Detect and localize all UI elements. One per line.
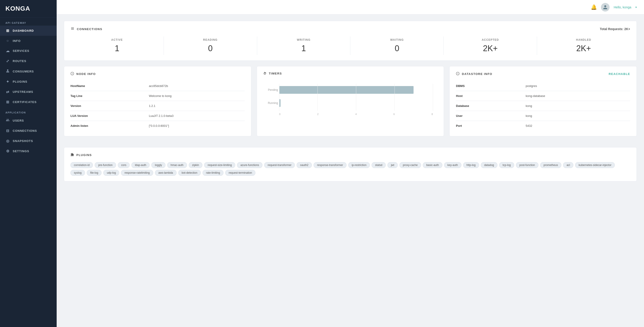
ds-row: Databasekong [456, 101, 630, 111]
timers-title: ⏱ TIMERS [263, 72, 438, 75]
stat-writing: WRITING 1 [257, 36, 350, 55]
running-label: Running [264, 101, 278, 105]
stat-active-value: 1 [115, 44, 119, 53]
node-info-row: LUA VersionLuaJIT 2.1.0-beta3 [70, 111, 245, 121]
sidebar-item-label: SNAPSHOTS [13, 139, 33, 143]
plugin-tag[interactable]: bot-detection [178, 170, 201, 176]
connections-section-icon [70, 26, 74, 31]
plugin-tag[interactable]: ip-restriction [348, 162, 370, 168]
axis-4: 4 [355, 113, 357, 115]
plugin-tag[interactable]: response-ratelimiting [121, 170, 153, 176]
node-info-row-label: LUA Version [70, 111, 149, 121]
sidebar-item-dashboard[interactable]: ⊞ DASHBOARD [0, 25, 57, 36]
sidebar-item-info[interactable]: ○ INFO [0, 36, 57, 46]
sidebar-item-snapshots[interactable]: ◎ SNAPSHOTS [0, 136, 57, 146]
ds-row-label: Host [456, 91, 526, 101]
ds-row-label: Port [456, 121, 526, 131]
connections-title-area: CONNECTIONS [70, 26, 102, 31]
plugin-tag[interactable]: acl [563, 162, 573, 168]
plugin-tag[interactable]: syslog [70, 170, 85, 176]
cloud-icon: ☁ [6, 49, 10, 53]
stat-handled-value: 2K+ [576, 44, 591, 53]
plugin-tag[interactable]: aws-lambda [155, 170, 176, 176]
sidebar-item-label: PLUGINS [13, 80, 28, 83]
stat-writing-value: 1 [302, 44, 306, 53]
consumers-icon [6, 69, 10, 74]
stat-waiting: WAITING 0 [350, 36, 444, 55]
svg-text:i: i [72, 73, 73, 75]
ds-row: Userkong [456, 111, 630, 121]
node-info-row: Admin listen["0.0.0.0:8001"] [70, 121, 245, 131]
node-info-row-label: Admin listen [70, 121, 149, 131]
plugin-tag[interactable]: rate-limiting [202, 170, 224, 176]
svg-text:i: i [458, 73, 458, 75]
plugin-tag[interactable]: prometheus [540, 162, 561, 168]
node-info-row-value: acc85dcb872b [149, 81, 245, 91]
plugin-tag[interactable]: cors [118, 162, 130, 168]
sidebar-item-settings[interactable]: ⚙ SETTINGS [0, 146, 57, 156]
plugin-tag[interactable]: correlation-id [70, 162, 93, 168]
sidebar-item-plugins[interactable]: ✦ PLUGINS [0, 76, 57, 87]
plugin-tag[interactable]: post-function [516, 162, 538, 168]
ds-row-label: User [456, 111, 526, 121]
plugin-tag[interactable]: proxy-cache [400, 162, 421, 168]
ds-row-value: kong [526, 111, 630, 121]
total-requests: Total Requests: 2K+ [600, 27, 630, 31]
datastore-info-card: i DATASTORE INFO Reachable DBMSpostgresH… [449, 66, 637, 136]
sidebar-item-routes[interactable]: ⤢ ROUTES [0, 56, 57, 66]
plugin-tag[interactable]: loggly [151, 162, 165, 168]
plugin-tag[interactable]: datadog [481, 162, 498, 168]
sidebar-item-users[interactable]: USERS [0, 115, 57, 126]
upstreams-icon: ⇄ [6, 90, 10, 94]
stat-handled-label: HANDLED [576, 38, 591, 41]
reachable-badge: Reachable [609, 72, 630, 76]
stat-active-label: ACTIVE [111, 38, 123, 41]
notifications-bell-icon[interactable]: 🔔 [591, 4, 597, 10]
datastore-info-title: i DATASTORE INFO Reachable [456, 72, 630, 76]
ds-row: Hostkong-database [456, 91, 630, 101]
node-info-row: Version1.2.1 [70, 101, 245, 111]
plugin-tag[interactable]: request-termination [225, 170, 256, 176]
plugin-tag[interactable]: hmac-auth [167, 162, 187, 168]
ds-row: DBMSpostgres [456, 81, 630, 91]
plugin-tag[interactable]: file-log [87, 170, 102, 176]
plugin-tag[interactable]: pre-function [95, 162, 116, 168]
plugin-tag[interactable]: http-log [463, 162, 479, 168]
plugin-tag[interactable]: basic-auth [423, 162, 442, 168]
plugin-tag[interactable]: ldap-auth [132, 162, 150, 168]
plugin-tag[interactable]: oauth2 [296, 162, 312, 168]
plugin-tag[interactable]: key-auth [444, 162, 461, 168]
user-menu-button[interactable]: Hello, konga [614, 5, 631, 9]
plugin-tag[interactable]: request-transformer [264, 162, 295, 168]
timers-chart: Pending Running [263, 80, 438, 117]
sidebar-item-consumers[interactable]: CONSUMERS [0, 66, 57, 76]
chart-axis: 0 2 4 6 8 [279, 113, 433, 115]
sidebar-item-certificates[interactable]: ⊞ CERTIFICATES [0, 97, 57, 107]
node-info-row: HostNameacc85dcb872b [70, 81, 245, 91]
connections-icon: ⊟ [6, 129, 10, 133]
plugin-tag[interactable]: zipkin [189, 162, 202, 168]
plugin-tag[interactable]: azure-functions [237, 162, 262, 168]
plugins-title: PLUGINS [70, 153, 630, 157]
stat-active: ACTIVE 1 [70, 36, 164, 55]
sidebar-item-upstreams[interactable]: ⇄ UPSTREAMS [0, 87, 57, 97]
plugin-tag[interactable]: jwt [388, 162, 398, 168]
stat-handled: HANDLED 2K+ [537, 36, 630, 55]
plugins-icon [70, 153, 74, 157]
certificates-icon: ⊞ [6, 100, 10, 104]
total-requests-value: 2K+ [624, 27, 630, 31]
plugin-tag[interactable]: udp-log [103, 170, 119, 176]
plugin-tag[interactable]: kubernetes-sidecar-injector [575, 162, 615, 168]
sidebar-item-connections[interactable]: ⊟ CONNECTIONS [0, 126, 57, 136]
plugin-tag[interactable]: statsd [372, 162, 386, 168]
axis-0: 0 [279, 113, 280, 115]
settings-icon: ⚙ [6, 149, 10, 153]
node-info-row-value: ["0.0.0.0:8001"] [149, 121, 245, 131]
plugin-tag[interactable]: request-size-limiting [204, 162, 235, 168]
sidebar-item-label: UPSTREAMS [13, 90, 33, 93]
plugin-tag[interactable]: tcp-log [499, 162, 514, 168]
connections-header: CONNECTIONS Total Requests: 2K+ [70, 26, 630, 31]
sidebar-item-services[interactable]: ☁ SERVICES [0, 46, 57, 56]
axis-6: 6 [394, 113, 395, 115]
plugin-tag[interactable]: response-transformer [314, 162, 346, 168]
